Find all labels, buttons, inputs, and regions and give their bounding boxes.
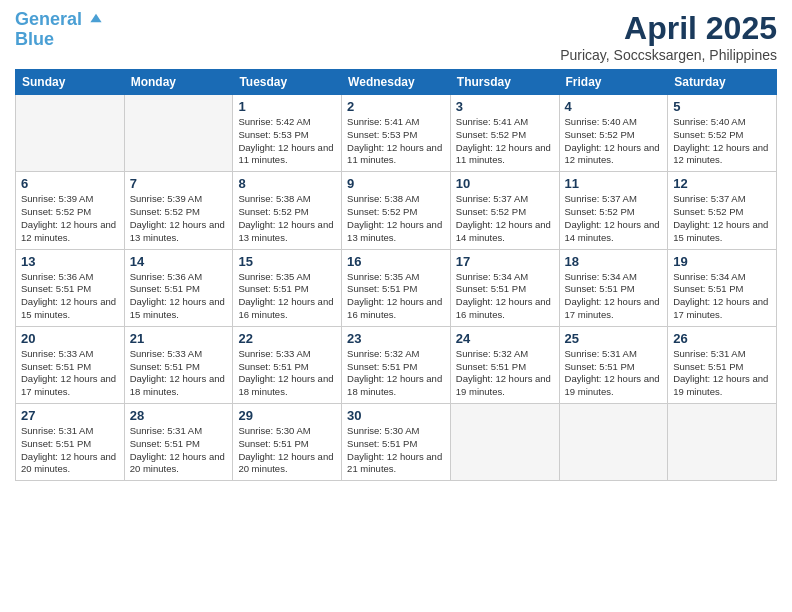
day-number: 1 <box>238 99 336 114</box>
day-number: 22 <box>238 331 336 346</box>
day-info: Sunrise: 5:37 AM Sunset: 5:52 PM Dayligh… <box>673 193 771 244</box>
calendar-day-cell: 18Sunrise: 5:34 AM Sunset: 5:51 PM Dayli… <box>559 249 668 326</box>
calendar-day-cell: 24Sunrise: 5:32 AM Sunset: 5:51 PM Dayli… <box>450 326 559 403</box>
day-number: 21 <box>130 331 228 346</box>
day-number: 2 <box>347 99 445 114</box>
day-number: 14 <box>130 254 228 269</box>
day-number: 3 <box>456 99 554 114</box>
day-info: Sunrise: 5:34 AM Sunset: 5:51 PM Dayligh… <box>565 271 663 322</box>
subtitle: Puricay, Soccsksargen, Philippines <box>560 47 777 63</box>
day-number: 15 <box>238 254 336 269</box>
day-info: Sunrise: 5:37 AM Sunset: 5:52 PM Dayligh… <box>565 193 663 244</box>
day-info: Sunrise: 5:42 AM Sunset: 5:53 PM Dayligh… <box>238 116 336 167</box>
day-info: Sunrise: 5:35 AM Sunset: 5:51 PM Dayligh… <box>347 271 445 322</box>
col-header-friday: Friday <box>559 70 668 95</box>
day-number: 5 <box>673 99 771 114</box>
calendar-day-cell: 27Sunrise: 5:31 AM Sunset: 5:51 PM Dayli… <box>16 404 125 481</box>
calendar-day-cell: 20Sunrise: 5:33 AM Sunset: 5:51 PM Dayli… <box>16 326 125 403</box>
logo: General Blue <box>15 10 103 50</box>
calendar-day-cell: 17Sunrise: 5:34 AM Sunset: 5:51 PM Dayli… <box>450 249 559 326</box>
day-number: 6 <box>21 176 119 191</box>
day-info: Sunrise: 5:39 AM Sunset: 5:52 PM Dayligh… <box>21 193 119 244</box>
day-info: Sunrise: 5:37 AM Sunset: 5:52 PM Dayligh… <box>456 193 554 244</box>
logo-icon <box>89 11 103 25</box>
calendar-day-cell: 14Sunrise: 5:36 AM Sunset: 5:51 PM Dayli… <box>124 249 233 326</box>
day-number: 13 <box>21 254 119 269</box>
day-number: 9 <box>347 176 445 191</box>
calendar-week-row: 6Sunrise: 5:39 AM Sunset: 5:52 PM Daylig… <box>16 172 777 249</box>
calendar-day-cell <box>668 404 777 481</box>
calendar-day-cell: 4Sunrise: 5:40 AM Sunset: 5:52 PM Daylig… <box>559 95 668 172</box>
col-header-thursday: Thursday <box>450 70 559 95</box>
calendar-header-row: SundayMondayTuesdayWednesdayThursdayFrid… <box>16 70 777 95</box>
logo-text: General <box>15 10 103 30</box>
calendar-day-cell: 15Sunrise: 5:35 AM Sunset: 5:51 PM Dayli… <box>233 249 342 326</box>
calendar-day-cell: 8Sunrise: 5:38 AM Sunset: 5:52 PM Daylig… <box>233 172 342 249</box>
day-info: Sunrise: 5:32 AM Sunset: 5:51 PM Dayligh… <box>456 348 554 399</box>
day-info: Sunrise: 5:40 AM Sunset: 5:52 PM Dayligh… <box>565 116 663 167</box>
calendar-day-cell: 3Sunrise: 5:41 AM Sunset: 5:52 PM Daylig… <box>450 95 559 172</box>
day-number: 28 <box>130 408 228 423</box>
calendar-day-cell: 28Sunrise: 5:31 AM Sunset: 5:51 PM Dayli… <box>124 404 233 481</box>
day-number: 24 <box>456 331 554 346</box>
col-header-saturday: Saturday <box>668 70 777 95</box>
col-header-wednesday: Wednesday <box>342 70 451 95</box>
calendar-day-cell <box>124 95 233 172</box>
day-info: Sunrise: 5:34 AM Sunset: 5:51 PM Dayligh… <box>673 271 771 322</box>
day-number: 25 <box>565 331 663 346</box>
day-info: Sunrise: 5:31 AM Sunset: 5:51 PM Dayligh… <box>565 348 663 399</box>
svg-marker-0 <box>90 14 101 22</box>
day-number: 19 <box>673 254 771 269</box>
calendar-week-row: 1Sunrise: 5:42 AM Sunset: 5:53 PM Daylig… <box>16 95 777 172</box>
logo-general: General <box>15 9 82 29</box>
calendar-day-cell: 12Sunrise: 5:37 AM Sunset: 5:52 PM Dayli… <box>668 172 777 249</box>
calendar-day-cell: 11Sunrise: 5:37 AM Sunset: 5:52 PM Dayli… <box>559 172 668 249</box>
day-info: Sunrise: 5:33 AM Sunset: 5:51 PM Dayligh… <box>238 348 336 399</box>
day-number: 17 <box>456 254 554 269</box>
calendar-day-cell <box>559 404 668 481</box>
day-number: 20 <box>21 331 119 346</box>
calendar-day-cell: 19Sunrise: 5:34 AM Sunset: 5:51 PM Dayli… <box>668 249 777 326</box>
day-number: 23 <box>347 331 445 346</box>
col-header-sunday: Sunday <box>16 70 125 95</box>
day-info: Sunrise: 5:35 AM Sunset: 5:51 PM Dayligh… <box>238 271 336 322</box>
calendar-day-cell: 9Sunrise: 5:38 AM Sunset: 5:52 PM Daylig… <box>342 172 451 249</box>
day-number: 29 <box>238 408 336 423</box>
calendar-day-cell: 21Sunrise: 5:33 AM Sunset: 5:51 PM Dayli… <box>124 326 233 403</box>
day-info: Sunrise: 5:38 AM Sunset: 5:52 PM Dayligh… <box>238 193 336 244</box>
day-info: Sunrise: 5:33 AM Sunset: 5:51 PM Dayligh… <box>130 348 228 399</box>
calendar-day-cell: 22Sunrise: 5:33 AM Sunset: 5:51 PM Dayli… <box>233 326 342 403</box>
calendar-day-cell: 16Sunrise: 5:35 AM Sunset: 5:51 PM Dayli… <box>342 249 451 326</box>
day-info: Sunrise: 5:33 AM Sunset: 5:51 PM Dayligh… <box>21 348 119 399</box>
day-info: Sunrise: 5:30 AM Sunset: 5:51 PM Dayligh… <box>238 425 336 476</box>
day-number: 12 <box>673 176 771 191</box>
day-number: 8 <box>238 176 336 191</box>
logo-blue: Blue <box>15 30 103 50</box>
day-info: Sunrise: 5:31 AM Sunset: 5:51 PM Dayligh… <box>673 348 771 399</box>
day-number: 10 <box>456 176 554 191</box>
calendar-day-cell: 10Sunrise: 5:37 AM Sunset: 5:52 PM Dayli… <box>450 172 559 249</box>
day-info: Sunrise: 5:31 AM Sunset: 5:51 PM Dayligh… <box>21 425 119 476</box>
day-number: 7 <box>130 176 228 191</box>
day-number: 16 <box>347 254 445 269</box>
title-block: April 2025 Puricay, Soccsksargen, Philip… <box>560 10 777 63</box>
calendar-week-row: 13Sunrise: 5:36 AM Sunset: 5:51 PM Dayli… <box>16 249 777 326</box>
calendar-day-cell: 13Sunrise: 5:36 AM Sunset: 5:51 PM Dayli… <box>16 249 125 326</box>
day-info: Sunrise: 5:36 AM Sunset: 5:51 PM Dayligh… <box>21 271 119 322</box>
calendar-day-cell: 30Sunrise: 5:30 AM Sunset: 5:51 PM Dayli… <box>342 404 451 481</box>
day-info: Sunrise: 5:41 AM Sunset: 5:52 PM Dayligh… <box>456 116 554 167</box>
calendar-day-cell <box>16 95 125 172</box>
calendar-day-cell: 25Sunrise: 5:31 AM Sunset: 5:51 PM Dayli… <box>559 326 668 403</box>
day-number: 26 <box>673 331 771 346</box>
day-number: 11 <box>565 176 663 191</box>
day-info: Sunrise: 5:38 AM Sunset: 5:52 PM Dayligh… <box>347 193 445 244</box>
day-info: Sunrise: 5:41 AM Sunset: 5:53 PM Dayligh… <box>347 116 445 167</box>
month-title: April 2025 <box>560 10 777 47</box>
calendar-table: SundayMondayTuesdayWednesdayThursdayFrid… <box>15 69 777 481</box>
calendar-day-cell: 26Sunrise: 5:31 AM Sunset: 5:51 PM Dayli… <box>668 326 777 403</box>
calendar-day-cell: 1Sunrise: 5:42 AM Sunset: 5:53 PM Daylig… <box>233 95 342 172</box>
calendar-day-cell: 7Sunrise: 5:39 AM Sunset: 5:52 PM Daylig… <box>124 172 233 249</box>
day-number: 4 <box>565 99 663 114</box>
day-info: Sunrise: 5:30 AM Sunset: 5:51 PM Dayligh… <box>347 425 445 476</box>
day-number: 18 <box>565 254 663 269</box>
